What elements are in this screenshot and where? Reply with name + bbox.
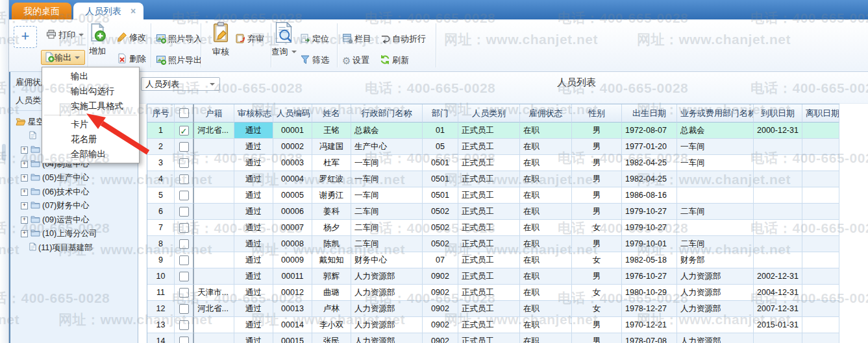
table-cell[interactable]: 通过 xyxy=(234,139,273,155)
row-checkbox[interactable] xyxy=(179,304,189,314)
table-cell[interactable]: 男 xyxy=(572,317,622,333)
expand-plus-icon[interactable]: + xyxy=(21,161,28,168)
table-cell[interactable] xyxy=(194,236,234,252)
table-cell[interactable] xyxy=(754,171,802,187)
table-cell[interactable] xyxy=(194,171,234,187)
expand-plus-icon[interactable]: + xyxy=(21,202,28,209)
table-cell[interactable]: 5 xyxy=(147,187,175,204)
table-row[interactable]: 2通过00002冯建国生产中心05正式员工在职男1977-01-20一车间 xyxy=(147,139,839,155)
table-cell[interactable]: 正式员工 xyxy=(458,317,520,333)
row-checkbox[interactable] xyxy=(179,191,189,200)
table-cell[interactable] xyxy=(194,139,234,155)
table-cell[interactable]: 00003 xyxy=(273,155,312,171)
table-cell[interactable]: 一车间 xyxy=(351,187,423,204)
photo-import-button[interactable]: 照片导入 xyxy=(156,32,202,45)
column-header-10[interactable]: 雇佣状态 xyxy=(520,104,572,123)
table-cell[interactable]: 通过 xyxy=(234,187,273,204)
table-cell[interactable]: 正式员工 xyxy=(458,285,520,301)
select-all-checkbox[interactable] xyxy=(179,108,189,118)
table-cell[interactable]: 00006 xyxy=(273,204,312,220)
table-cell[interactable]: 1986-08-16 xyxy=(622,187,677,204)
locate-button[interactable]: 定位 xyxy=(300,32,329,45)
table-cell[interactable] xyxy=(802,268,839,285)
table-cell[interactable] xyxy=(194,220,234,236)
table-cell[interactable] xyxy=(802,236,839,252)
table-cell[interactable]: 1982-04-25 xyxy=(622,171,677,187)
table-cell[interactable]: 通过 xyxy=(234,155,273,171)
table-cell[interactable]: 1978-12-27 xyxy=(622,301,677,317)
unaudit-button[interactable]: 弃审 xyxy=(235,32,264,45)
table-cell[interactable]: 13 xyxy=(147,317,175,333)
refresh-button[interactable]: 刷新 xyxy=(380,54,409,67)
table-cell[interactable]: 1 xyxy=(147,123,175,139)
table-cell[interactable]: 男 xyxy=(572,139,622,155)
table-cell[interactable] xyxy=(677,317,754,333)
table-cell[interactable]: 2000-12-31 xyxy=(754,123,802,139)
table-cell[interactable]: 00001 xyxy=(273,123,312,139)
table-cell[interactable]: 正式员工 xyxy=(458,155,520,171)
columns-button[interactable]: 栏目 xyxy=(342,32,371,45)
table-cell[interactable] xyxy=(194,333,234,343)
menu-item-6[interactable]: 全部输出 xyxy=(42,147,139,161)
table-cell[interactable]: 河北省... xyxy=(194,123,234,139)
table-cell[interactable]: 9 xyxy=(147,252,175,268)
table-cell[interactable]: 在职 xyxy=(520,123,572,139)
add-tab-button[interactable]: + xyxy=(14,26,37,48)
table-cell[interactable] xyxy=(802,139,839,155)
table-cell[interactable]: 人力资源部 xyxy=(351,301,423,317)
table-cell[interactable]: 12 xyxy=(147,301,175,317)
column-header-3[interactable]: 户籍 xyxy=(194,104,234,123)
table-cell[interactable]: 2007-12-31 xyxy=(754,301,802,317)
table-cell[interactable]: 11 xyxy=(147,285,175,301)
tab-my-desktop[interactable]: 我的桌面 xyxy=(12,3,71,19)
table-cell[interactable]: 男 xyxy=(572,333,622,343)
table-cell[interactable]: 二车间 xyxy=(351,204,423,220)
table-cell[interactable]: 00008 xyxy=(273,236,312,252)
table-cell[interactable]: 一车间 xyxy=(351,155,423,171)
table-cell[interactable]: 正式员工 xyxy=(458,268,520,285)
filter-button[interactable]: 筛选 xyxy=(300,54,329,67)
table-cell[interactable]: 男 xyxy=(572,268,622,285)
table-row[interactable]: 7通过00007杨夕二车间0502正式员工在职女1979-10-27 xyxy=(147,220,839,236)
table-cell[interactable]: 通过 xyxy=(234,171,273,187)
table-cell[interactable]: 人力资源部 xyxy=(677,301,754,317)
table-cell[interactable]: 2004-12-31 xyxy=(754,285,802,301)
table-cell[interactable]: 通过 xyxy=(234,123,273,139)
table-cell[interactable] xyxy=(194,155,234,171)
row-checkbox[interactable] xyxy=(179,288,189,298)
table-row[interactable]: 10通过00011郭辉人力资源部0902正式员工在职男1976-10-27人力资… xyxy=(147,268,839,285)
table-cell[interactable]: 00004 xyxy=(273,171,312,187)
table-cell[interactable]: 陈凯 xyxy=(312,236,351,252)
row-checkbox[interactable] xyxy=(179,126,189,136)
table-cell[interactable] xyxy=(194,268,234,285)
table-row[interactable]: 1河北省...通过00001王铭总裁会01正式员工在职男1972-08-07总裁… xyxy=(147,123,839,139)
table-cell[interactable]: 0502 xyxy=(423,220,458,236)
column-header-1[interactable]: 序号 xyxy=(147,104,175,123)
table-cell[interactable]: 00005 xyxy=(273,187,312,204)
table-cell[interactable]: 在职 xyxy=(520,252,572,268)
table-cell[interactable] xyxy=(802,220,839,236)
table-cell[interactable]: 戴知知 xyxy=(312,252,351,268)
table-cell[interactable] xyxy=(802,171,839,187)
table-cell[interactable]: 二车间 xyxy=(677,204,754,220)
column-header-5[interactable]: 人员编码 xyxy=(273,104,312,123)
table-cell[interactable]: 通过 xyxy=(234,252,273,268)
table-cell[interactable]: 在职 xyxy=(520,171,572,187)
table-cell[interactable]: 00013 xyxy=(273,301,312,317)
table-cell[interactable]: 10 xyxy=(147,268,175,285)
table-cell[interactable]: 在职 xyxy=(520,317,572,333)
table-cell[interactable]: 通过 xyxy=(234,333,273,343)
table-cell[interactable] xyxy=(175,155,194,171)
column-header-14[interactable]: 到职日期 xyxy=(754,104,802,123)
tree-item-7[interactable]: +(07)财务中心 xyxy=(13,199,138,213)
table-cell[interactable] xyxy=(754,204,802,220)
table-cell[interactable] xyxy=(754,252,802,268)
expand-plus-icon[interactable]: + xyxy=(21,230,28,237)
table-cell[interactable]: 通过 xyxy=(234,268,273,285)
menu-item-2[interactable]: 输出勾选行 xyxy=(42,84,139,99)
table-cell[interactable]: 杨夕 xyxy=(312,220,351,236)
table-cell[interactable] xyxy=(802,285,839,301)
photo-export-button[interactable]: 照片导出 xyxy=(156,54,202,67)
autowrap-button[interactable]: 自动折行 xyxy=(380,32,426,45)
row-checkbox[interactable] xyxy=(179,207,189,217)
